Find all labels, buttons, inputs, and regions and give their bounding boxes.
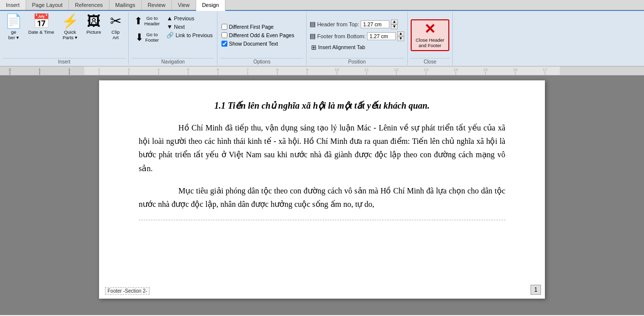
svg-rect-39: [84, 66, 560, 75]
document-page: 1.1 Tiến lên chủ nghĩa xã hội là một tất…: [99, 80, 545, 299]
footer-from-bottom-row: ▤ Footer from Bottom: ▲ ▼: [310, 31, 404, 41]
svg-text:1: 1: [68, 67, 71, 72]
footer-bottom-down[interactable]: ▼: [397, 36, 404, 41]
group-insert: 📄 geber ▾ 📅 Date & Time ⚡ QuickParts ▾ 🖼…: [0, 12, 129, 65]
next-icon: ▼: [166, 23, 172, 30]
header-top-down[interactable]: ▼: [391, 24, 398, 29]
document-heading: 1.1 Tiến lên chủ nghĩa xã hội là một tất…: [139, 100, 505, 111]
header-top-up[interactable]: ▲: [391, 19, 398, 24]
group-close: ✕ Close Headerand Footer Close: [408, 12, 453, 65]
group-insert-label: Insert: [3, 58, 125, 65]
go-to-header-button[interactable]: ⬆ Go toHeader: [132, 13, 162, 28]
close-header-icon: ✕: [424, 22, 435, 36]
footer-bottom-input[interactable]: [367, 32, 396, 40]
page-number: 1: [531, 285, 541, 295]
group-position-label: Position: [310, 58, 404, 65]
header-from-top-row: ▤ Header from Top: ▲ ▼: [310, 19, 398, 29]
go-to-footer-button[interactable]: ⬇ Go toFooter: [132, 30, 162, 45]
go-to-header-icon: ⬆: [134, 15, 143, 27]
header-top-input[interactable]: [361, 20, 389, 28]
next-button[interactable]: ▼ Next: [165, 23, 214, 31]
ruler: 2 1 1 2 3 4 5 6 7 8 9 10 11 12 13 14 15 …: [0, 66, 644, 75]
paragraph-2[interactable]: Mục tiêu giải phóng dân tộc theo con đườ…: [139, 184, 505, 211]
tab-page-layout[interactable]: Page Layout: [26, 0, 69, 10]
svg-text:1: 1: [39, 67, 41, 72]
close-header-footer-button[interactable]: ✕ Close Headerand Footer: [411, 19, 449, 51]
header-top-icon: ▤: [310, 20, 316, 28]
footer-bottom-up[interactable]: ▲: [397, 31, 404, 36]
ribbon: 📄 geber ▾ 📅 Date & Time ⚡ QuickParts ▾ 🖼…: [0, 11, 644, 66]
clip-art-button[interactable]: ✂ ClipArt: [106, 13, 125, 41]
go-to-footer-icon: ⬇: [135, 31, 144, 43]
page-button[interactable]: 📄 geber ▾: [3, 13, 24, 41]
tab-bar: Insert Page Layout References Mailings R…: [0, 0, 644, 11]
tab-mailings[interactable]: Mailings: [109, 0, 142, 10]
group-position: ▤ Header from Top: ▲ ▼ ▤ Footer from Bot…: [307, 12, 408, 65]
group-navigation: ⬆ Go toHeader ⬇ Go toFooter ▲ Previous ▼…: [129, 12, 217, 65]
quick-parts-icon: ⚡: [61, 14, 79, 28]
group-navigation-label: Navigation: [132, 58, 214, 65]
group-close-label: Close: [411, 58, 449, 65]
paragraph-1[interactable]: Hồ Chí Minh đã tiếp thu, vận dụng sáng t…: [139, 121, 505, 175]
group-options: Different First Page Different Odd & Eve…: [217, 12, 307, 65]
insert-alignment-tab-button[interactable]: ⊞ Insert Alignment Tab: [310, 43, 367, 52]
previous-button[interactable]: ▲ Previous: [165, 14, 214, 22]
tab-review[interactable]: Review: [142, 0, 172, 10]
group-options-label: Options: [220, 58, 303, 65]
tab-design[interactable]: Design: [196, 0, 225, 11]
clip-art-icon: ✂: [110, 14, 121, 28]
date-time-button[interactable]: 📅 Date & Time: [26, 13, 56, 36]
tab-references[interactable]: References: [69, 0, 109, 10]
page-icon: 📄: [5, 14, 22, 28]
link-to-previous-button[interactable]: 🔗 Link to Previous: [165, 31, 214, 39]
footer-divider: [139, 220, 505, 220]
diff-odd-even-checkbox[interactable]: Different Odd & Even Pages: [220, 32, 295, 39]
svg-text:2: 2: [9, 67, 11, 72]
quick-parts-button[interactable]: ⚡ QuickParts ▾: [58, 13, 82, 41]
tab-view[interactable]: View: [172, 0, 196, 10]
tab-insert[interactable]: Insert: [0, 0, 26, 10]
picture-icon: 🖼: [87, 14, 101, 28]
document-area: 1.1 Tiến lên chủ nghĩa xã hội là một tất…: [0, 75, 644, 315]
diff-first-page-checkbox[interactable]: Different First Page: [220, 23, 274, 30]
footer-section-label: Footer -Section 2-: [105, 287, 150, 295]
footer-bottom-icon: ▤: [310, 32, 316, 40]
picture-button[interactable]: 🖼 Picture: [84, 13, 104, 36]
link-icon: 🔗: [166, 32, 174, 39]
show-doc-text-checkbox[interactable]: Show Document Text: [220, 40, 279, 47]
previous-icon: ▲: [166, 15, 172, 22]
ruler-svg: 2 1 1 2 3 4 5 6 7 8 9 10 11 12 13 14 15 …: [0, 66, 644, 75]
alignment-tab-icon: ⊞: [311, 44, 317, 51]
date-icon: 📅: [33, 14, 50, 28]
